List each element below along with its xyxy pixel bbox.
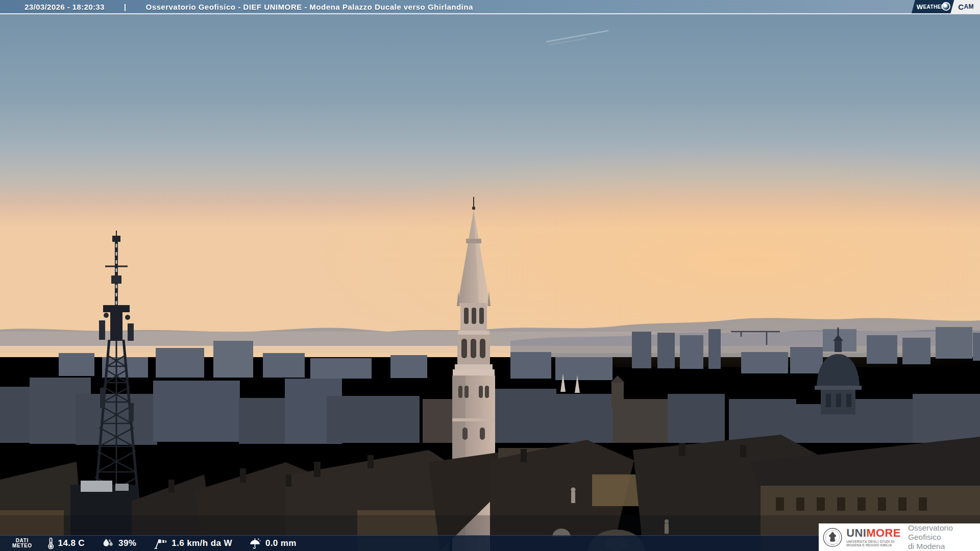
weather-cam-logo-cam: CAM — [950, 0, 980, 13]
precipitation-group: 0.0 mm — [250, 538, 297, 549]
temperature-group: 14.8 C — [47, 538, 85, 549]
logo-cam-initial: C — [958, 3, 964, 11]
observatory-line2: di Modena — [908, 542, 976, 551]
wind-value: 1.6 km/h da W — [172, 538, 232, 548]
umbrella-icon — [250, 538, 261, 549]
sky — [0, 0, 980, 367]
precipitation-value: 0.0 mm — [265, 538, 297, 548]
unimore-seal: 1175 — [823, 526, 842, 549]
humidity-value: 39% — [118, 538, 136, 548]
logo-cam-rest: AM — [964, 3, 974, 10]
unimore-wordmark: UNIMORE UNIVERSITÀ DEGLI STUDI DI MODENA… — [846, 528, 901, 547]
observatory-line1: Osservatorio Geofisico — [908, 523, 976, 542]
humidity-icon — [102, 538, 114, 549]
camera-lens-icon — [942, 2, 950, 11]
windsock-icon — [154, 538, 167, 549]
unimore-uni-text: UNI — [846, 527, 866, 539]
webcam-photo — [0, 0, 980, 551]
thermometer-icon — [47, 538, 54, 549]
temperature-value: 14.8 C — [58, 538, 85, 548]
unimore-credit-box: 1175 UNIMORE UNIVERSITÀ DEGLI STUDI DI M… — [819, 523, 980, 551]
separator: | — [124, 3, 127, 11]
humidity-group: 39% — [102, 538, 136, 549]
meteo-label-line2: METEO — [12, 543, 32, 549]
seal-year: 1175 — [831, 543, 835, 545]
wind-group: 1.6 km/h da W — [154, 538, 232, 549]
unimore-more-text: MORE — [866, 527, 901, 539]
logo-weather-initial: W — [917, 3, 923, 11]
page-title: Osservatorio Geofisico - DIEF UNIMORE - … — [145, 3, 473, 11]
university-line1: UNIVERSITÀ DEGLI STUDI DI — [846, 540, 901, 543]
weather-cam-logo: WEATHER CAM — [912, 0, 980, 13]
university-line2: MODENA E REGGIO EMILIA — [846, 543, 901, 547]
header-bar: 23/03/2026 - 18:20:33 | Osservatorio Geo… — [0, 0, 980, 14]
datetime-text: 23/03/2026 - 18:20:33 — [24, 3, 105, 11]
meteo-bar-label: DATI METEO — [12, 538, 32, 549]
observatory-name: Osservatorio Geofisico di Modena — [908, 523, 976, 551]
